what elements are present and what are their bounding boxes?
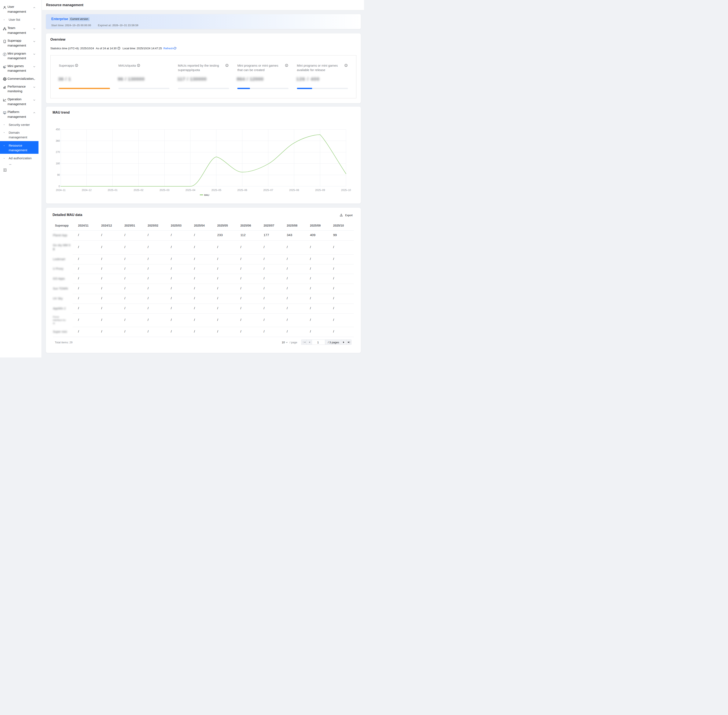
svg-text:2025–01: 2025–01 — [108, 189, 118, 192]
svg-text:2025–06: 2025–06 — [237, 189, 247, 192]
svg-text:2025–09: 2025–09 — [315, 189, 325, 192]
svg-text:2025–10: 2025–10 — [341, 189, 351, 192]
svg-text:MAU: MAU — [204, 194, 210, 196]
svg-text:450: 450 — [56, 128, 60, 131]
svg-text:0: 0 — [59, 185, 60, 188]
svg-text:270: 270 — [56, 151, 60, 154]
svg-text:2025–04: 2025–04 — [185, 189, 196, 192]
svg-text:2025–08: 2025–08 — [289, 189, 299, 192]
svg-text:2025–02: 2025–02 — [134, 189, 144, 192]
svg-text:2025–07: 2025–07 — [263, 189, 273, 192]
svg-text:2024–11: 2024–11 — [56, 189, 66, 192]
svg-text:2025–05: 2025–05 — [211, 189, 221, 192]
svg-text:2025–03: 2025–03 — [160, 189, 169, 192]
svg-text:180: 180 — [56, 162, 60, 165]
svg-text:90: 90 — [57, 173, 60, 176]
svg-text:2024–12: 2024–12 — [81, 189, 92, 192]
svg-text:360: 360 — [56, 139, 60, 142]
